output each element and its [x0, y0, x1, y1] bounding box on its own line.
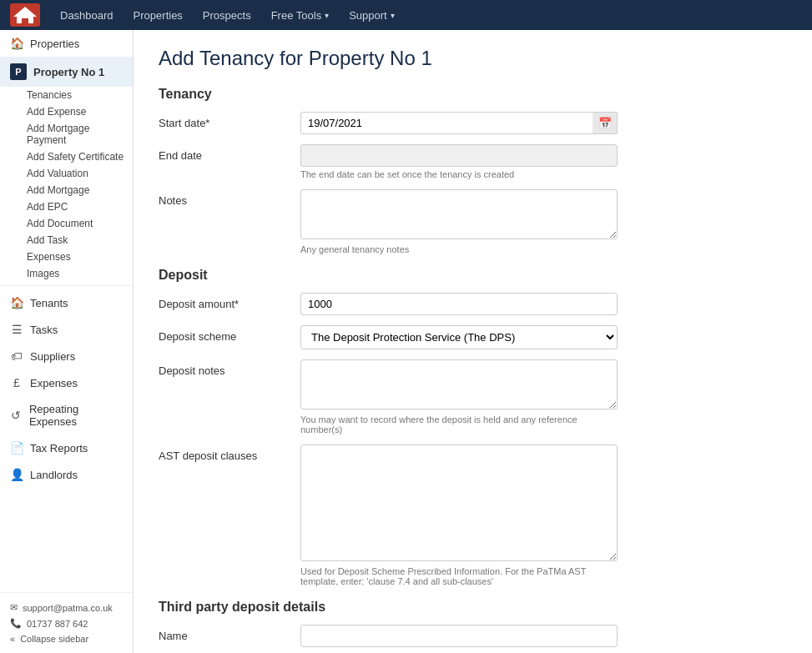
end-date-wrap: The end date can be set once the tenancy… [300, 144, 618, 179]
ast-clauses-label: AST deposit clauses [159, 445, 292, 462]
nav-dashboard[interactable]: Dashboard [52, 6, 122, 25]
notes-hint: Any general tenancy notes [300, 244, 618, 254]
sidebar-item-tax-reports[interactable]: 📄 Tax Reports [0, 434, 133, 461]
sidebar-sub-add-safety-certificate[interactable]: Add Safety Certificate [23, 148, 133, 165]
app-logo [8, 3, 42, 27]
nav-support[interactable]: Support ▾ [340, 6, 403, 25]
deposit-scheme-group: Deposit scheme The Deposit Protection Se… [159, 325, 787, 349]
tasks-icon: ☰ [10, 323, 23, 336]
sidebar-sub-add-mortgage[interactable]: Add Mortgage [23, 182, 133, 198]
sidebar-item-expenses[interactable]: £ Expenses [0, 369, 133, 396]
sidebar-sub-expenses[interactable]: Expenses [23, 249, 133, 265]
third-party-name-input[interactable] [300, 625, 618, 647]
sidebar: 🏠 Properties P Property No 1 Tenancies A… [0, 30, 134, 653]
footer-phone[interactable]: 📞 01737 887 642 [10, 615, 123, 631]
sidebar-sub-add-epc[interactable]: Add EPC [23, 198, 133, 215]
ast-clauses-input[interactable] [300, 445, 618, 561]
ast-clauses-wrap: Used for Deposit Scheme Prescribed Infor… [300, 445, 618, 586]
phone-icon: 📞 [10, 618, 22, 629]
sidebar-sub-add-mortgage-payment[interactable]: Add Mortgage Payment [23, 120, 133, 148]
sidebar-footer: ✉ support@patma.co.uk 📞 01737 887 642 « … [0, 592, 133, 653]
deposit-notes-hint: You may want to record where the deposit… [300, 414, 618, 434]
sidebar-sub-add-task[interactable]: Add Task [23, 232, 133, 249]
deposit-section-title: Deposit [159, 268, 787, 283]
nav-free-tools[interactable]: Free Tools ▾ [263, 6, 337, 25]
deposit-notes-label: Deposit notes [159, 359, 292, 377]
topnav: Dashboard Properties Prospects Free Tool… [0, 0, 812, 30]
deposit-scheme-label: Deposit scheme [159, 325, 292, 343]
sidebar-item-repeating-expenses[interactable]: ↺ Repeating Expenses [0, 396, 133, 434]
main-content: Add Tenancy for Property No 1 Tenancy St… [134, 30, 812, 653]
third-party-name-wrap [300, 625, 618, 647]
deposit-amount-input[interactable] [300, 293, 618, 315]
sidebar-sub-add-document[interactable]: Add Document [23, 215, 133, 232]
deposit-amount-wrap [300, 293, 618, 315]
deposit-amount-label: Deposit amount* [159, 293, 292, 310]
email-icon: ✉ [10, 602, 18, 613]
home-icon: 🏠 [10, 37, 23, 50]
footer-email[interactable]: ✉ support@patma.co.uk [10, 600, 123, 615]
sidebar-item-suppliers[interactable]: 🏷 Suppliers [0, 343, 133, 369]
page-title: Add Tenancy for Property No 1 [159, 47, 787, 70]
end-date-hint: The end date can be set once the tenancy… [300, 169, 618, 179]
end-date-group: End date The end date can be set once th… [159, 144, 787, 179]
nav-properties[interactable]: Properties [125, 6, 191, 25]
chevron-left-icon: « [10, 634, 15, 644]
sidebar-sub-menu: Tenancies Add Expense Add Mortgage Payme… [0, 87, 133, 282]
landlords-icon: 👤 [10, 468, 23, 481]
deposit-notes-group: Deposit notes You may want to record whe… [159, 359, 787, 434]
deposit-scheme-wrap: The Deposit Protection Service (The DPS)… [300, 325, 618, 349]
tenants-icon: 🏠 [10, 296, 23, 309]
third-party-name-label: Name [159, 625, 292, 642]
deposit-notes-wrap: You may want to record where the deposit… [300, 359, 618, 434]
deposit-scheme-select[interactable]: The Deposit Protection Service (The DPS)… [300, 325, 618, 349]
start-date-input-wrap: 📅 [300, 112, 618, 134]
notes-input[interactable] [300, 189, 618, 239]
sidebar-sub-add-expense[interactable]: Add Expense [23, 103, 133, 120]
suppliers-icon: 🏷 [10, 349, 23, 363]
third-party-section-title: Third party deposit details [159, 600, 787, 615]
sidebar-item-property-no1[interactable]: P Property No 1 [0, 57, 133, 87]
sidebar-item-landlords[interactable]: 👤 Landlords [0, 461, 133, 488]
ast-clauses-group: AST deposit clauses Used for Deposit Sch… [159, 445, 787, 586]
deposit-notes-input[interactable] [300, 359, 618, 409]
sidebar-sub-add-valuation[interactable]: Add Valuation [23, 165, 133, 182]
notes-label: Notes [159, 189, 292, 207]
start-date-input[interactable] [300, 112, 618, 134]
expenses-icon: £ [10, 376, 23, 389]
start-date-group: Start date* 📅 [159, 112, 787, 134]
end-date-input [300, 144, 618, 167]
property-badge: P [10, 63, 27, 80]
nav-prospects[interactable]: Prospects [194, 6, 260, 25]
start-date-wrap: 📅 [300, 112, 618, 134]
sidebar-item-tenants[interactable]: 🏠 Tenants [0, 289, 133, 316]
dropdown-arrow-icon: ▾ [391, 11, 395, 20]
third-party-name-group: Name [159, 625, 787, 647]
notes-wrap: Any general tenancy notes [300, 189, 618, 254]
sidebar-collapse[interactable]: « Collapse sidebar [10, 631, 123, 646]
dropdown-arrow-icon: ▾ [325, 11, 329, 20]
sidebar-item-properties[interactable]: 🏠 Properties [0, 30, 133, 57]
tenancy-section-title: Tenancy [159, 87, 787, 102]
sidebar-sub-images[interactable]: Images [23, 265, 133, 282]
ast-clauses-hint: Used for Deposit Scheme Prescribed Infor… [300, 566, 618, 586]
sidebar-item-tasks[interactable]: ☰ Tasks [0, 316, 133, 343]
calendar-icon-button[interactable]: 📅 [593, 112, 618, 134]
notes-group: Notes Any general tenancy notes [159, 189, 787, 254]
deposit-amount-group: Deposit amount* [159, 293, 787, 315]
tax-reports-icon: 📄 [10, 441, 23, 455]
sidebar-sub-tenancies[interactable]: Tenancies [23, 87, 133, 103]
start-date-label: Start date* [159, 112, 292, 129]
end-date-label: End date [159, 144, 292, 162]
repeating-expenses-icon: ↺ [10, 409, 23, 422]
